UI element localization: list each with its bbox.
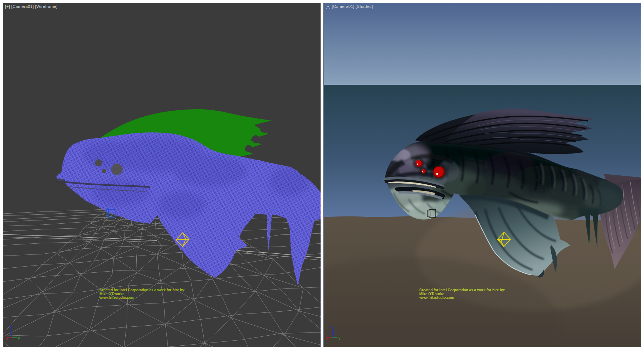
svg-text:x: x — [6, 336, 8, 340]
svg-text:z: z — [331, 325, 333, 329]
svg-text:y: y — [338, 336, 341, 340]
svg-text:x: x — [326, 336, 328, 340]
svg-text:y: y — [18, 336, 20, 340]
svg-text:z: z — [10, 325, 12, 329]
